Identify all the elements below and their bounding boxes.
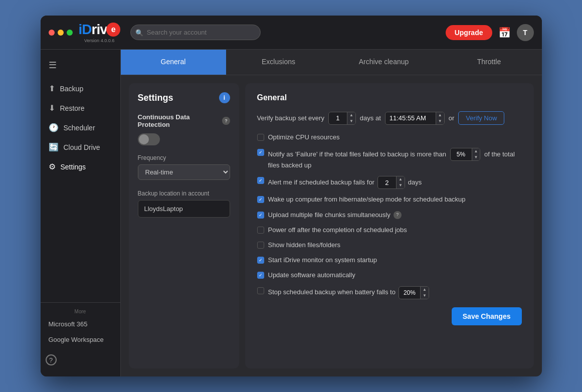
upload-chunks-info-icon[interactable]: ? xyxy=(394,211,402,219)
tab-archive-cleanup[interactable]: Archive cleanup xyxy=(331,50,437,75)
stop-battery-label: Stop scheduled backup when battery falls… xyxy=(268,286,429,299)
tab-exclusions[interactable]: Exclusions xyxy=(226,50,331,75)
settings-info-icon[interactable]: i xyxy=(219,92,230,103)
tab-throttle[interactable]: Throttle xyxy=(437,50,542,75)
sidebar-item-cloud-drive-label: Cloud Drive xyxy=(64,143,100,151)
failure-percent-down[interactable]: ▼ xyxy=(472,154,480,160)
checkbox-notify-failure: Notify as 'Failure' if the total files f… xyxy=(257,148,522,170)
microsoft365-label: Microsoft 365 xyxy=(49,320,88,328)
verify-label: Verify backup set every xyxy=(257,114,324,122)
more-label: More xyxy=(41,307,120,316)
battery-percent-up[interactable]: ▲ xyxy=(421,287,429,293)
upload-chunks-label: Upload multiple file chunks simultaneous… xyxy=(268,211,402,220)
help-button[interactable]: ? xyxy=(41,349,62,370)
alert-days-spinners: ▲ ▼ xyxy=(396,176,405,188)
alert-scheduled-checkbox[interactable] xyxy=(257,177,264,184)
cdp-label: Continuous Data Protection ? xyxy=(138,113,230,128)
save-changes-button[interactable]: Save Changes xyxy=(452,307,522,325)
minimize-button[interactable] xyxy=(58,30,64,36)
panel-footer: Save Changes xyxy=(257,307,522,325)
upgrade-button[interactable]: Upgrade xyxy=(446,25,492,40)
frequency-row: Frequency Real-time Every 5 min Every 15… xyxy=(138,154,230,180)
calendar-icon[interactable]: 📅 xyxy=(498,27,511,39)
settings-icon: ⚙ xyxy=(49,162,56,171)
battery-percent-input[interactable] xyxy=(399,288,420,298)
verify-days-input-wrap: ▲ ▼ xyxy=(328,112,356,125)
general-panel: General Verify backup set every ▲ ▼ days… xyxy=(245,83,534,368)
backup-location-input[interactable] xyxy=(138,200,230,218)
wake-computer-checkbox[interactable] xyxy=(257,196,264,203)
stop-battery-checkbox[interactable] xyxy=(257,287,264,294)
start-monitor-checkbox[interactable] xyxy=(257,257,264,264)
verify-time-up[interactable]: ▲ xyxy=(436,112,444,118)
sidebar-item-google-workspace[interactable]: Google Workspace xyxy=(41,332,120,347)
backup-location-label: Backup location in account xyxy=(138,190,230,197)
battery-percent-down[interactable]: ▼ xyxy=(421,293,429,299)
alert-scheduled-label: Alert me if scheduled backup fails for ▲… xyxy=(268,176,422,189)
verify-row: Verify backup set every ▲ ▼ days at xyxy=(257,111,522,125)
maximize-button[interactable] xyxy=(67,30,73,36)
failure-percent-wrap: ▲ ▼ xyxy=(450,148,481,161)
sidebar-item-scheduler-label: Scheduler xyxy=(64,124,95,132)
verify-time-spinners: ▲ ▼ xyxy=(436,112,444,124)
verify-at-label: days at xyxy=(360,114,381,122)
sidebar-item-scheduler[interactable]: 🕐 Scheduler xyxy=(41,118,120,137)
optimize-cpu-label: Optimize CPU resources xyxy=(268,133,340,142)
avatar[interactable]: T xyxy=(517,24,534,41)
search-bar[interactable]: 🔍 xyxy=(130,25,261,40)
alert-days-input[interactable] xyxy=(378,177,396,188)
app-window: iDrive Version 4.0.0.6 🔍 Upgrade 📅 T ☰ ⬆… xyxy=(41,16,542,376)
upload-chunks-checkbox[interactable] xyxy=(257,212,264,219)
google-workspace-label: Google Workspace xyxy=(49,336,104,343)
sidebar-item-settings[interactable]: ⚙ Settings xyxy=(41,157,120,176)
power-off-checkbox[interactable] xyxy=(257,227,264,234)
alert-days-down[interactable]: ▼ xyxy=(397,182,405,188)
search-icon: 🔍 xyxy=(135,29,143,36)
help-icon: ? xyxy=(46,354,57,365)
verify-time-input[interactable] xyxy=(385,112,436,124)
notify-failure-label: Notify as 'Failure' if the total files f… xyxy=(268,148,522,170)
verify-or-label: or xyxy=(449,114,455,122)
cdp-toggle-wrap xyxy=(138,133,230,145)
verify-days-input[interactable] xyxy=(329,112,347,124)
settings-panel-title: Settings xyxy=(138,93,173,103)
show-hidden-checkbox[interactable] xyxy=(257,242,264,249)
checkbox-start-monitor: Start iDrive monitor on system startup xyxy=(257,256,522,265)
failure-percent-spinners: ▲ ▼ xyxy=(472,148,480,160)
verify-days-down[interactable]: ▼ xyxy=(347,118,355,124)
update-auto-checkbox[interactable] xyxy=(257,272,264,279)
cloud-drive-icon: 🔄 xyxy=(49,142,59,152)
show-hidden-label: Show hidden files/folders xyxy=(268,241,341,250)
verify-time-down[interactable]: ▼ xyxy=(436,118,444,124)
frequency-select[interactable]: Real-time Every 5 min Every 15 min Every… xyxy=(138,164,230,180)
verify-now-button[interactable]: Verify Now xyxy=(458,111,504,125)
alert-days-up[interactable]: ▲ xyxy=(397,176,405,182)
cdp-help-icon[interactable]: ? xyxy=(222,117,230,125)
sidebar-item-cloud-drive[interactable]: 🔄 Cloud Drive xyxy=(41,137,120,157)
title-bar: iDrive Version 4.0.0.6 🔍 Upgrade 📅 T xyxy=(41,16,542,50)
window-controls xyxy=(49,30,73,36)
verify-days-up[interactable]: ▲ xyxy=(347,112,355,118)
restore-icon: ⬇ xyxy=(49,103,55,113)
battery-percent-wrap: ▲ ▼ xyxy=(399,286,429,299)
sidebar-item-restore[interactable]: ⬇ Restore xyxy=(41,98,120,118)
tab-general[interactable]: General xyxy=(121,50,226,75)
hamburger-button[interactable]: ☰ xyxy=(41,56,120,75)
panels-area: Settings i Continuous Data Protection ? xyxy=(121,75,542,376)
battery-percent-spinners: ▲ ▼ xyxy=(420,287,429,299)
cdp-toggle[interactable] xyxy=(138,133,160,145)
failure-percent-input[interactable] xyxy=(451,149,472,159)
checkbox-alert-scheduled: Alert me if scheduled backup fails for ▲… xyxy=(257,176,522,189)
search-input[interactable] xyxy=(130,25,261,40)
checkbox-stop-battery: Stop scheduled backup when battery falls… xyxy=(257,286,522,299)
tabs-bar: General Exclusions Archive cleanup Throt… xyxy=(121,50,542,75)
close-button[interactable] xyxy=(49,30,55,36)
sidebar-item-microsoft365[interactable]: Microsoft 365 xyxy=(41,316,120,332)
notify-failure-checkbox[interactable] xyxy=(257,149,264,156)
failure-percent-up[interactable]: ▲ xyxy=(472,148,480,154)
logo: iDrive xyxy=(79,22,120,38)
backup-icon: ⬆ xyxy=(49,84,55,93)
optimize-cpu-checkbox[interactable] xyxy=(257,134,264,141)
alert-days-wrap: ▲ ▼ xyxy=(377,176,405,189)
sidebar-item-backup[interactable]: ⬆ Backup xyxy=(41,79,120,98)
